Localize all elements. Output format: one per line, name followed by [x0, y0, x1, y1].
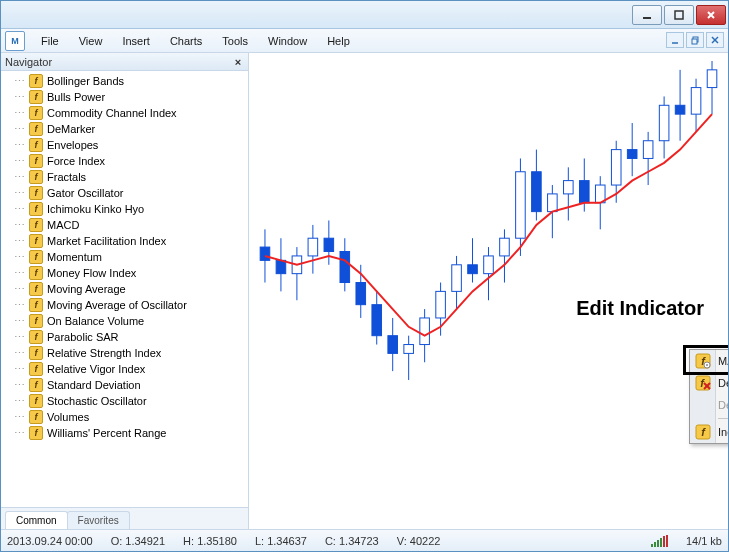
svg-rect-42 — [516, 172, 526, 238]
svg-rect-38 — [484, 256, 494, 274]
tree-connector-icon: ⋯ — [13, 379, 25, 392]
context-menu: f MA(10) properties... f Delete Indicato… — [689, 349, 728, 444]
indicators-list-icon: f — [694, 423, 712, 441]
svg-rect-20 — [340, 252, 350, 283]
nav-item[interactable]: ⋯fBollinger Bands — [1, 73, 248, 89]
svg-rect-46 — [548, 194, 558, 212]
connection-signal-icon — [651, 535, 668, 547]
nav-item-label: Gator Oscillator — [47, 187, 123, 199]
doc-minimize-button[interactable] — [666, 32, 684, 48]
nav-item[interactable]: ⋯fForce Index — [1, 153, 248, 169]
close-button[interactable] — [696, 5, 726, 25]
svg-rect-30 — [420, 318, 430, 345]
svg-rect-18 — [324, 238, 334, 251]
ctx-properties-label: MA(10) properties... — [718, 355, 728, 367]
tree-connector-icon: ⋯ — [13, 315, 25, 328]
ctx-delete-indicator[interactable]: f Delete Indicator — [690, 372, 728, 394]
nav-item[interactable]: ⋯fGator Oscillator — [1, 185, 248, 201]
nav-item[interactable]: ⋯fStandard Deviation — [1, 377, 248, 393]
svg-rect-62 — [675, 105, 685, 114]
svg-rect-12 — [276, 260, 286, 273]
ctx-indicators-list[interactable]: f Indicators List Ctrl+I — [690, 421, 728, 443]
nav-item-label: Bollinger Bands — [47, 75, 124, 87]
indicator-icon: f — [29, 170, 43, 184]
ctx-list-label: Indicators List — [718, 426, 728, 438]
nav-item[interactable]: ⋯fWilliams' Percent Range — [1, 425, 248, 441]
menu-file[interactable]: File — [31, 32, 69, 50]
svg-rect-28 — [404, 345, 414, 354]
doc-close-button[interactable] — [706, 32, 724, 48]
tree-connector-icon: ⋯ — [13, 139, 25, 152]
indicator-icon: f — [29, 410, 43, 424]
nav-item-label: DeMarker — [47, 123, 95, 135]
svg-rect-48 — [564, 181, 574, 194]
tree-connector-icon: ⋯ — [13, 155, 25, 168]
indicator-icon: f — [29, 90, 43, 104]
menu-insert[interactable]: Insert — [112, 32, 160, 50]
nav-item-label: Moving Average — [47, 283, 126, 295]
menu-help[interactable]: Help — [317, 32, 360, 50]
nav-item[interactable]: ⋯fMoney Flow Index — [1, 265, 248, 281]
indicator-icon: f — [29, 154, 43, 168]
navigator-close-icon[interactable]: × — [232, 56, 244, 68]
nav-item[interactable]: ⋯fOn Balance Volume — [1, 313, 248, 329]
nav-item[interactable]: ⋯fMarket Facilitation Index — [1, 233, 248, 249]
nav-item[interactable]: ⋯fMACD — [1, 217, 248, 233]
nav-item[interactable]: ⋯fCommodity Channel Index — [1, 105, 248, 121]
svg-rect-16 — [308, 238, 318, 256]
maximize-button[interactable] — [664, 5, 694, 25]
status-volume: V: 40222 — [397, 535, 441, 547]
indicator-icon: f — [29, 426, 43, 440]
nav-item[interactable]: ⋯fRelative Vigor Index — [1, 361, 248, 377]
indicator-icon: f — [29, 314, 43, 328]
indicator-icon: f — [29, 362, 43, 376]
tree-connector-icon: ⋯ — [13, 299, 25, 312]
minimize-button[interactable] — [632, 5, 662, 25]
chart-area[interactable]: Edit Indicator f MA(10) properties... f … — [249, 53, 728, 529]
tree-connector-icon: ⋯ — [13, 187, 25, 200]
indicator-icon: f — [29, 218, 43, 232]
svg-rect-24 — [372, 305, 382, 336]
svg-rect-40 — [500, 238, 510, 256]
tree-connector-icon: ⋯ — [13, 171, 25, 184]
nav-item[interactable]: ⋯fMoving Average — [1, 281, 248, 297]
indicator-icon: f — [29, 330, 43, 344]
delete-indicator-icon: f — [694, 374, 712, 392]
tab-favorites[interactable]: Favorites — [67, 511, 130, 529]
ctx-properties[interactable]: f MA(10) properties... — [690, 350, 728, 372]
nav-item-label: Moving Average of Oscillator — [47, 299, 187, 311]
nav-item[interactable]: ⋯fEnvelopes — [1, 137, 248, 153]
tree-connector-icon: ⋯ — [13, 395, 25, 408]
indicator-icon: f — [29, 266, 43, 280]
nav-item[interactable]: ⋯fStochastic Oscillator — [1, 393, 248, 409]
nav-item[interactable]: ⋯fFractals — [1, 169, 248, 185]
nav-item[interactable]: ⋯fBulls Power — [1, 89, 248, 105]
nav-item[interactable]: ⋯fMoving Average of Oscillator — [1, 297, 248, 313]
nav-item[interactable]: ⋯fIchimoku Kinko Hyo — [1, 201, 248, 217]
tab-common[interactable]: Common — [5, 511, 68, 529]
doc-restore-button[interactable] — [686, 32, 704, 48]
indicator-icon: f — [29, 186, 43, 200]
navigator-panel: Navigator × ⋯fBollinger Bands⋯fBulls Pow… — [1, 53, 249, 529]
nav-item-label: Commodity Channel Index — [47, 107, 177, 119]
indicator-icon: f — [29, 202, 43, 216]
nav-item[interactable]: ⋯fMomentum — [1, 249, 248, 265]
nav-item[interactable]: ⋯fParabolic SAR — [1, 329, 248, 345]
nav-item[interactable]: ⋯fDeMarker — [1, 121, 248, 137]
svg-rect-34 — [452, 265, 462, 292]
tree-connector-icon: ⋯ — [13, 363, 25, 376]
menu-tools[interactable]: Tools — [212, 32, 258, 50]
menu-charts[interactable]: Charts — [160, 32, 212, 50]
svg-rect-50 — [579, 181, 589, 203]
nav-item[interactable]: ⋯fVolumes — [1, 409, 248, 425]
menu-window[interactable]: Window — [258, 32, 317, 50]
navigator-tree[interactable]: ⋯fBollinger Bands⋯fBulls Power⋯fCommodit… — [1, 71, 248, 507]
nav-item[interactable]: ⋯fRelative Strength Index — [1, 345, 248, 361]
ctx-delete-window-label: Delete Indicator Window — [718, 399, 728, 411]
menu-view[interactable]: View — [69, 32, 113, 50]
svg-rect-6 — [692, 39, 697, 44]
indicator-icon: f — [29, 250, 43, 264]
tree-connector-icon: ⋯ — [13, 219, 25, 232]
statusbar: 2013.09.24 00:00 O: 1.34921 H: 1.35180 L… — [1, 529, 728, 551]
indicator-icon: f — [29, 106, 43, 120]
